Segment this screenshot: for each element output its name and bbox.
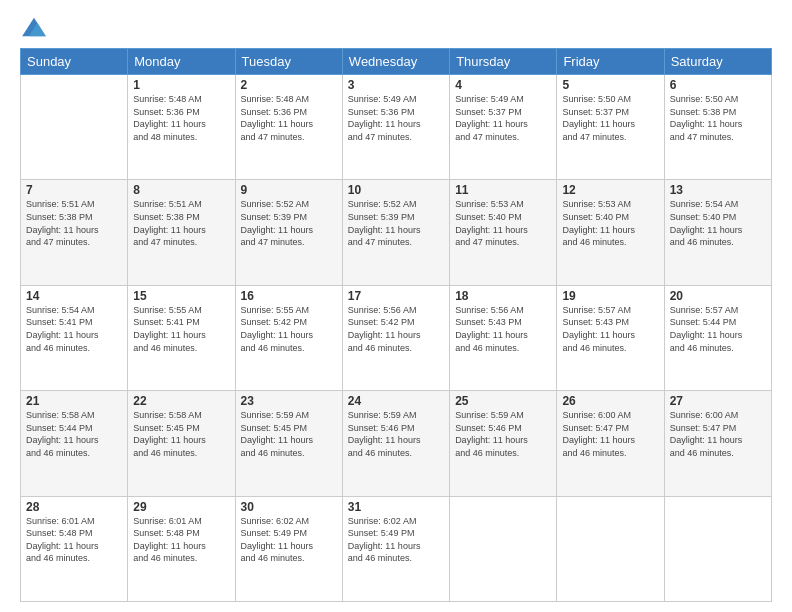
day-info: Sunrise: 6:02 AMSunset: 5:49 PMDaylight:… [348,515,444,565]
day-info: Sunrise: 5:59 AMSunset: 5:45 PMDaylight:… [241,409,337,459]
calendar-cell: 27Sunrise: 6:00 AMSunset: 5:47 PMDayligh… [664,391,771,496]
calendar-cell: 7Sunrise: 5:51 AMSunset: 5:38 PMDaylight… [21,180,128,285]
day-info: Sunrise: 5:55 AMSunset: 5:42 PMDaylight:… [241,304,337,354]
day-number: 15 [133,289,229,303]
calendar-header: SundayMondayTuesdayWednesdayThursdayFrid… [21,49,772,75]
day-number: 14 [26,289,122,303]
calendar-cell: 30Sunrise: 6:02 AMSunset: 5:49 PMDayligh… [235,496,342,601]
weekday-header-sunday: Sunday [21,49,128,75]
calendar-cell: 21Sunrise: 5:58 AMSunset: 5:44 PMDayligh… [21,391,128,496]
day-number: 6 [670,78,766,92]
day-number: 2 [241,78,337,92]
calendar-cell: 3Sunrise: 5:49 AMSunset: 5:36 PMDaylight… [342,75,449,180]
calendar-cell: 11Sunrise: 5:53 AMSunset: 5:40 PMDayligh… [450,180,557,285]
day-number: 31 [348,500,444,514]
week-row-4: 21Sunrise: 5:58 AMSunset: 5:44 PMDayligh… [21,391,772,496]
calendar-cell: 28Sunrise: 6:01 AMSunset: 5:48 PMDayligh… [21,496,128,601]
day-number: 13 [670,183,766,197]
weekday-row: SundayMondayTuesdayWednesdayThursdayFrid… [21,49,772,75]
day-info: Sunrise: 6:01 AMSunset: 5:48 PMDaylight:… [133,515,229,565]
calendar-table: SundayMondayTuesdayWednesdayThursdayFrid… [20,48,772,602]
calendar-cell: 9Sunrise: 5:52 AMSunset: 5:39 PMDaylight… [235,180,342,285]
calendar-cell: 18Sunrise: 5:56 AMSunset: 5:43 PMDayligh… [450,285,557,390]
calendar-cell: 1Sunrise: 5:48 AMSunset: 5:36 PMDaylight… [128,75,235,180]
day-info: Sunrise: 5:52 AMSunset: 5:39 PMDaylight:… [241,198,337,248]
calendar-cell: 13Sunrise: 5:54 AMSunset: 5:40 PMDayligh… [664,180,771,285]
calendar-cell: 29Sunrise: 6:01 AMSunset: 5:48 PMDayligh… [128,496,235,601]
calendar-cell [21,75,128,180]
calendar-cell: 25Sunrise: 5:59 AMSunset: 5:46 PMDayligh… [450,391,557,496]
day-number: 20 [670,289,766,303]
day-info: Sunrise: 5:48 AMSunset: 5:36 PMDaylight:… [241,93,337,143]
day-number: 8 [133,183,229,197]
weekday-header-friday: Friday [557,49,664,75]
day-info: Sunrise: 5:53 AMSunset: 5:40 PMDaylight:… [562,198,658,248]
day-info: Sunrise: 5:54 AMSunset: 5:41 PMDaylight:… [26,304,122,354]
calendar-cell: 19Sunrise: 5:57 AMSunset: 5:43 PMDayligh… [557,285,664,390]
day-info: Sunrise: 5:57 AMSunset: 5:44 PMDaylight:… [670,304,766,354]
day-number: 27 [670,394,766,408]
day-number: 10 [348,183,444,197]
week-row-1: 1Sunrise: 5:48 AMSunset: 5:36 PMDaylight… [21,75,772,180]
logo-icon [20,16,48,38]
calendar-cell: 15Sunrise: 5:55 AMSunset: 5:41 PMDayligh… [128,285,235,390]
day-number: 22 [133,394,229,408]
calendar-cell: 8Sunrise: 5:51 AMSunset: 5:38 PMDaylight… [128,180,235,285]
calendar-cell [664,496,771,601]
calendar-cell: 23Sunrise: 5:59 AMSunset: 5:45 PMDayligh… [235,391,342,496]
day-info: Sunrise: 5:59 AMSunset: 5:46 PMDaylight:… [455,409,551,459]
day-number: 26 [562,394,658,408]
page: SundayMondayTuesdayWednesdayThursdayFrid… [0,0,792,612]
day-number: 16 [241,289,337,303]
calendar-cell: 6Sunrise: 5:50 AMSunset: 5:38 PMDaylight… [664,75,771,180]
weekday-header-monday: Monday [128,49,235,75]
calendar-body: 1Sunrise: 5:48 AMSunset: 5:36 PMDaylight… [21,75,772,602]
day-info: Sunrise: 5:50 AMSunset: 5:37 PMDaylight:… [562,93,658,143]
day-number: 18 [455,289,551,303]
calendar-cell: 2Sunrise: 5:48 AMSunset: 5:36 PMDaylight… [235,75,342,180]
day-info: Sunrise: 6:00 AMSunset: 5:47 PMDaylight:… [670,409,766,459]
calendar-cell: 20Sunrise: 5:57 AMSunset: 5:44 PMDayligh… [664,285,771,390]
week-row-3: 14Sunrise: 5:54 AMSunset: 5:41 PMDayligh… [21,285,772,390]
weekday-header-tuesday: Tuesday [235,49,342,75]
day-number: 4 [455,78,551,92]
week-row-2: 7Sunrise: 5:51 AMSunset: 5:38 PMDaylight… [21,180,772,285]
day-info: Sunrise: 6:02 AMSunset: 5:49 PMDaylight:… [241,515,337,565]
calendar-cell [557,496,664,601]
calendar-cell [450,496,557,601]
day-info: Sunrise: 5:59 AMSunset: 5:46 PMDaylight:… [348,409,444,459]
calendar-cell: 12Sunrise: 5:53 AMSunset: 5:40 PMDayligh… [557,180,664,285]
day-number: 24 [348,394,444,408]
calendar-cell: 16Sunrise: 5:55 AMSunset: 5:42 PMDayligh… [235,285,342,390]
day-info: Sunrise: 5:50 AMSunset: 5:38 PMDaylight:… [670,93,766,143]
day-info: Sunrise: 5:53 AMSunset: 5:40 PMDaylight:… [455,198,551,248]
day-number: 11 [455,183,551,197]
day-info: Sunrise: 5:54 AMSunset: 5:40 PMDaylight:… [670,198,766,248]
day-info: Sunrise: 6:01 AMSunset: 5:48 PMDaylight:… [26,515,122,565]
day-number: 28 [26,500,122,514]
calendar-cell: 10Sunrise: 5:52 AMSunset: 5:39 PMDayligh… [342,180,449,285]
day-info: Sunrise: 5:52 AMSunset: 5:39 PMDaylight:… [348,198,444,248]
day-info: Sunrise: 5:51 AMSunset: 5:38 PMDaylight:… [133,198,229,248]
calendar-cell: 24Sunrise: 5:59 AMSunset: 5:46 PMDayligh… [342,391,449,496]
day-number: 21 [26,394,122,408]
calendar-cell: 14Sunrise: 5:54 AMSunset: 5:41 PMDayligh… [21,285,128,390]
weekday-header-saturday: Saturday [664,49,771,75]
day-number: 23 [241,394,337,408]
day-number: 17 [348,289,444,303]
calendar-cell: 17Sunrise: 5:56 AMSunset: 5:42 PMDayligh… [342,285,449,390]
day-number: 29 [133,500,229,514]
calendar-cell: 31Sunrise: 6:02 AMSunset: 5:49 PMDayligh… [342,496,449,601]
header [20,16,772,38]
day-number: 12 [562,183,658,197]
weekday-header-wednesday: Wednesday [342,49,449,75]
day-number: 3 [348,78,444,92]
day-number: 30 [241,500,337,514]
day-info: Sunrise: 5:56 AMSunset: 5:42 PMDaylight:… [348,304,444,354]
day-number: 9 [241,183,337,197]
calendar-cell: 26Sunrise: 6:00 AMSunset: 5:47 PMDayligh… [557,391,664,496]
day-number: 5 [562,78,658,92]
day-info: Sunrise: 5:57 AMSunset: 5:43 PMDaylight:… [562,304,658,354]
day-info: Sunrise: 5:56 AMSunset: 5:43 PMDaylight:… [455,304,551,354]
logo [20,16,52,38]
